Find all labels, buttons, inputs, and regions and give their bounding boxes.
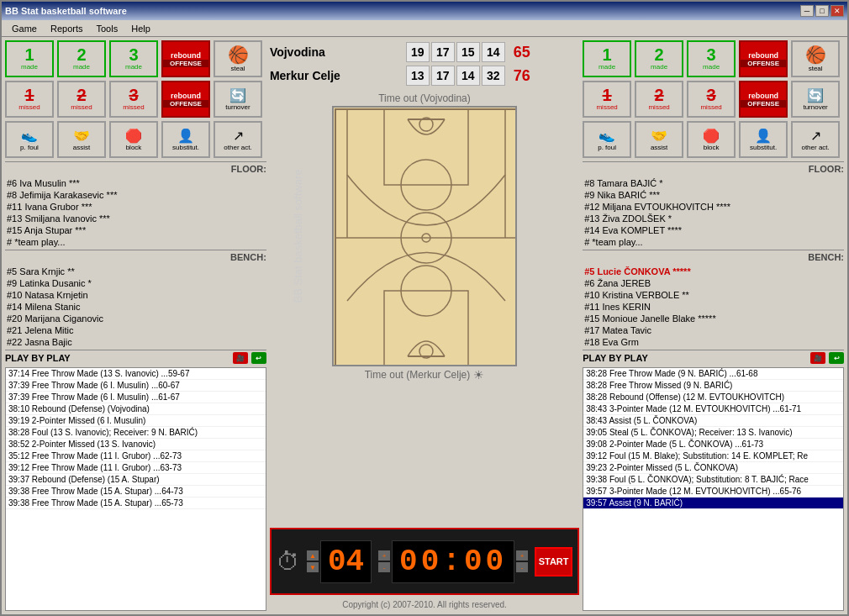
- left-pbp-item-5[interactable]: 39:19 2-Pointer Missed (6 I. Musulin): [6, 415, 266, 427]
- left-pbp-item-11[interactable]: 39:38 Free Throw Made (15 A. Stupar) ...…: [6, 486, 266, 498]
- right-pbp-item-4[interactable]: 38:43 3-Pointer Made (12 M. EVTOUKHOVITC…: [583, 403, 843, 415]
- left-pbp-item-2[interactable]: 37:39 Free Throw Made (6 I. Musulin) ...…: [6, 380, 266, 392]
- left-3made-button[interactable]: 3 made: [109, 40, 158, 77]
- right-floor-player-2[interactable]: #9 Nika BARIĆ ***: [583, 189, 844, 201]
- left-floor-player-3[interactable]: #11 Ivana Grubor ***: [5, 201, 266, 213]
- time-minus-button[interactable]: -: [378, 562, 390, 572]
- right-2made-button[interactable]: 2 made: [635, 40, 683, 77]
- right-pbp-icon-2[interactable]: ↩: [829, 352, 844, 364]
- minimize-button[interactable]: ─: [800, 5, 814, 17]
- right-floor-player-4[interactable]: #13 Živa ZDOLŠEK *: [583, 213, 844, 224]
- left-pbp-icon-2[interactable]: ↩: [251, 352, 266, 364]
- left-floor-player-1[interactable]: #6 Iva Musulin ***: [5, 177, 266, 189]
- left-pbp-item-4[interactable]: 38:10 Rebound (Defense) (Vojvodina): [6, 403, 266, 415]
- right-panel: 1 made 2 made 3 made rebound OFFENSE 🏀: [583, 40, 844, 611]
- right-pbp-icon-1[interactable]: 🎥: [810, 352, 825, 364]
- left-pbp-item-12[interactable]: 39:38 Free Throw Made (15 A. Stupar) ...…: [6, 498, 266, 509]
- right-floor-player-5[interactable]: #14 Eva KOMPLET ****: [583, 224, 844, 236]
- left-other-button[interactable]: ↗ other act.: [214, 121, 262, 158]
- left-pbp-item-6[interactable]: 38:28 Foul (13 S. Ivanovic); Receiver: 9…: [6, 427, 266, 439]
- right-rebound-defense-button[interactable]: rebound OFFENSE: [739, 81, 788, 118]
- right-bench-player-4[interactable]: #11 Ines KERIN: [583, 301, 844, 313]
- left-floor-player-2[interactable]: #8 Jefimija Karakasevic ***: [5, 189, 266, 201]
- menu-game[interactable]: Game: [5, 22, 44, 35]
- right-pbp-item-5[interactable]: 38:43 Assist (5 L. ČONKOVA): [583, 415, 843, 427]
- right-3missed-button[interactable]: 3 missed: [687, 81, 736, 118]
- right-floor-player-1[interactable]: #8 Tamara BAJIĆ *: [583, 177, 844, 189]
- left-foul-button[interactable]: 👟 p. foul: [5, 121, 54, 158]
- right-other-button[interactable]: ↗ other act.: [791, 121, 840, 158]
- left-turnover-button[interactable]: 🔄 turnover: [214, 81, 262, 118]
- menu-tools[interactable]: Tools: [90, 22, 125, 35]
- left-pbp-item-7[interactable]: 38:52 2-Pointer Missed (13 S. Ivanovic): [6, 439, 266, 450]
- right-pbp-item-11[interactable]: 39:57 3-Pointer Made (12 M. EVTOUKHOVITC…: [583, 486, 843, 498]
- right-pbp-item-1[interactable]: 38:28 Free Throw Made (9 N. BARIĆ) ...61…: [583, 368, 843, 380]
- menu-help[interactable]: Help: [124, 22, 157, 35]
- left-bench-player-7[interactable]: #22 Jasna Bajic: [5, 336, 266, 348]
- left-bench-player-4[interactable]: #14 Milena Stanic: [5, 301, 266, 313]
- right-1missed-button[interactable]: 1 missed: [583, 81, 631, 118]
- time-minus2-button[interactable]: -: [516, 562, 528, 572]
- left-rebound-defense-button[interactable]: rebound OFFENSE: [161, 81, 210, 118]
- right-bench-player-3[interactable]: #10 Kristina VERBOLE **: [583, 289, 844, 301]
- right-2missed-button[interactable]: 2 missed: [635, 81, 683, 118]
- right-pbp-item-8[interactable]: 39:12 Foul (15 M. Blake); Substitution: …: [583, 450, 843, 462]
- left-pbp-item-10[interactable]: 39:37 Rebound (Defense) (15 A. Stupar): [6, 474, 266, 486]
- left-floor-player-4[interactable]: #13 Smiljana Ivanovic ***: [5, 213, 266, 224]
- right-pbp-item-7[interactable]: 39:08 2-Pointer Made (5 L. ČONKOVA) ...6…: [583, 439, 843, 450]
- left-pbp-icon-1[interactable]: 🎥: [233, 352, 248, 364]
- left-bench-player-2[interactable]: #9 Latinka Dusanic *: [5, 277, 266, 289]
- left-block-button[interactable]: 🛑 block: [109, 121, 158, 158]
- left-pbp-item-8[interactable]: 35:12 Free Throw Made (11 I. Grubor) ...…: [6, 450, 266, 462]
- left-pbp-header: PLAY BY PLAY 🎥 ↩: [5, 350, 266, 366]
- right-pbp-item-6[interactable]: 39:05 Steal (5 L. ČONKOVA); Receiver: 13…: [583, 427, 843, 439]
- right-steal-button[interactable]: 🏀 steal: [791, 40, 840, 77]
- left-floor-player-6[interactable]: # *team play...: [5, 236, 266, 248]
- right-rebound-offense-button[interactable]: rebound OFFENSE: [739, 40, 788, 77]
- right-turnover-button[interactable]: 🔄 turnover: [791, 81, 840, 118]
- right-sub-button[interactable]: 👤 substitut.: [739, 121, 788, 158]
- right-3made-button[interactable]: 3 made: [687, 40, 736, 77]
- right-foul-button[interactable]: 👟 p. foul: [583, 121, 631, 158]
- right-bench-player-5[interactable]: #15 Monioue Janelle Blake *****: [583, 313, 844, 324]
- right-bench-player-2[interactable]: #6 Žana JEREB: [583, 277, 844, 289]
- right-block-button[interactable]: 🛑 block: [687, 121, 736, 158]
- quarter-up-button[interactable]: ▲: [307, 550, 319, 561]
- left-bench-player-5[interactable]: #20 Marijana Ciganovic: [5, 313, 266, 324]
- right-floor-player-3[interactable]: #12 Miljana EVTOUKHOVITCH ****: [583, 201, 844, 213]
- close-button[interactable]: ✕: [831, 5, 844, 17]
- time-plus-button[interactable]: +: [378, 550, 390, 561]
- left-1missed-button[interactable]: 1 missed: [5, 81, 54, 118]
- right-pbp-item-12[interactable]: 39:57 Assist (9 N. BARIĆ): [583, 498, 843, 509]
- right-pbp-item-10[interactable]: 39:38 Foul (5 L. ČONKOVA); Substitution:…: [583, 474, 843, 486]
- right-1made-button[interactable]: 1 made: [583, 40, 631, 77]
- left-pbp-item-9[interactable]: 39:12 Free Throw Made (11 I. Grubor) ...…: [6, 462, 266, 474]
- menu-reports[interactable]: Reports: [44, 22, 90, 35]
- time-plus2-button[interactable]: +: [516, 550, 528, 561]
- left-pbp-item-3[interactable]: 37:39 Free Throw Made (6 I. Musulin) ...…: [6, 392, 266, 403]
- left-steal-button[interactable]: 🏀 steal: [214, 40, 262, 77]
- start-button[interactable]: START: [535, 547, 572, 577]
- right-pbp-item-2[interactable]: 38:28 Free Throw Missed (9 N. BARIĆ): [583, 380, 843, 392]
- left-sub-button[interactable]: 👤 substitut.: [161, 121, 210, 158]
- left-1made-button[interactable]: 1 made: [5, 40, 54, 77]
- left-bench-player-3[interactable]: #10 Natasa Krnjetin: [5, 289, 266, 301]
- left-bench-player-6[interactable]: #21 Jelena Mitic: [5, 324, 266, 336]
- right-pbp-item-3[interactable]: 38:28 Rebound (Offense) (12 M. EVTOUKHOV…: [583, 392, 843, 403]
- left-pbp-item-1[interactable]: 37:14 Free Throw Made (13 S. Ivanovic) .…: [6, 368, 266, 380]
- left-floor-player-5[interactable]: #15 Anja Stupar ***: [5, 224, 266, 236]
- right-pbp-item-9[interactable]: 39:23 2-Pointer Missed (5 L. ČONKOVA): [583, 462, 843, 474]
- right-bench-player-1[interactable]: #5 Lucie ČONKOVA *****: [583, 266, 844, 277]
- left-2made-button[interactable]: 2 made: [57, 40, 106, 77]
- left-bench-player-1[interactable]: #5 Sara Krnjic **: [5, 266, 266, 277]
- left-3missed-button[interactable]: 3 missed: [109, 81, 158, 118]
- left-rebound-offense-button[interactable]: rebound OFFENSE: [161, 40, 210, 77]
- quarter-down-button[interactable]: ▼: [307, 562, 319, 572]
- maximize-button[interactable]: □: [815, 5, 829, 17]
- right-floor-player-6[interactable]: # *team play...: [583, 236, 844, 248]
- right-bench-player-6[interactable]: #17 Matea Tavic: [583, 324, 844, 336]
- right-bench-player-7[interactable]: #18 Eva Grm: [583, 336, 844, 348]
- right-assist-button[interactable]: 🤝 assist: [635, 121, 683, 158]
- left-assist-button[interactable]: 🤝 assist: [57, 121, 106, 158]
- left-2missed-button[interactable]: 2 missed: [57, 81, 106, 118]
